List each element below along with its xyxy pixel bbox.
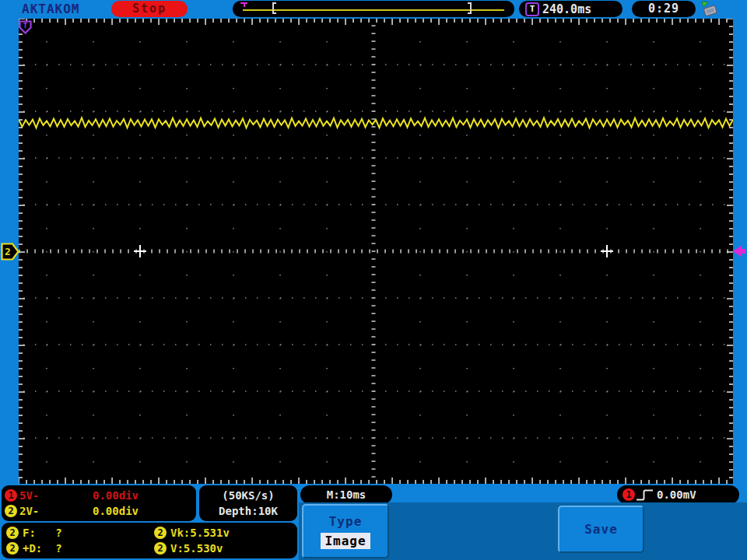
soft-menu-panel: Type Image Save	[299, 502, 747, 560]
ch2-position: 0.00div	[93, 505, 139, 517]
measure-duty-value: +D: ?	[23, 542, 62, 555]
trigger-position-bar	[233, 1, 514, 17]
trigger-time-readout: T 240.0ms	[519, 1, 622, 17]
ch2-badge: 2	[5, 505, 17, 517]
measure-vk-value: Vk:5.531v	[170, 527, 230, 539]
ch1-position: 0.00div	[93, 489, 139, 502]
measure-ch-badge: 2	[6, 527, 19, 539]
ch2-position-marker: 2	[1, 243, 19, 261]
usb-drive-icon	[699, 1, 721, 18]
measure-ch-badge: 2	[154, 542, 167, 555]
trigger-level-arrow	[732, 244, 746, 258]
window-left-bracket-icon	[272, 2, 276, 14]
save-button-label: Save	[584, 522, 618, 537]
trigger-t-icon: T	[525, 2, 539, 16]
measure-frequency: 2 F: ?	[6, 527, 154, 539]
run-state-badge: Stop	[111, 1, 188, 17]
trigger-status-panel: 1 0.00mV	[617, 485, 739, 504]
ch2-scale: 2V-	[19, 505, 65, 517]
graticule-grid	[19, 19, 733, 484]
measure-frequency-value: F: ?	[23, 527, 62, 539]
measure-v-value: V:5.530v	[170, 542, 223, 555]
measure-ch-badge: 2	[6, 542, 19, 555]
trigger-position-marker-label: T	[23, 22, 28, 30]
measure-ch-badge: 2	[154, 527, 167, 539]
channel-status-panel: 1 5V- 0.00div 2 2V- 0.00div	[2, 485, 196, 521]
timebase-readout: M:10ms	[300, 485, 392, 504]
rising-edge-icon	[635, 488, 655, 502]
ch2-waveform-trace	[19, 118, 733, 128]
trigger-position-marker: T	[19, 20, 32, 34]
measure-duty: 2 +D: ?	[6, 542, 154, 555]
trigger-position-t-icon	[240, 2, 247, 4]
ch1-badge: 1	[5, 489, 17, 502]
oscilloscope-screen: AKTAKOM Stop T 240.0ms 0:29 T 2 1	[0, 0, 747, 560]
graticule	[19, 19, 733, 484]
window-right-bracket-icon	[468, 2, 472, 14]
ch2-status-row: 2 2V- 0.00div	[5, 504, 190, 518]
measurements-panel: 2 F: ? 2 Vk:5.531v 2 +D: ? 2 V:5.530v	[2, 523, 297, 558]
measure-v: 2 V:5.530v	[154, 542, 293, 555]
ch1-scale: 5V-	[19, 489, 65, 502]
memory-depth: Depth:10K	[199, 505, 297, 517]
clock-readout: 0:29	[632, 1, 696, 17]
measure-vk: 2 Vk:5.531v	[154, 527, 293, 539]
acquisition-panel: (50KS/s) Depth:10K	[199, 485, 297, 521]
trigger-time-value: 240.0ms	[542, 2, 591, 16]
memory-window-line	[243, 9, 504, 11]
type-selected-value: Image	[321, 533, 370, 549]
save-button[interactable]: Save	[558, 506, 644, 553]
type-button[interactable]: Type Image	[302, 504, 389, 558]
brand-logo: AKTAKOM	[22, 2, 79, 16]
trigger-level-value: 0.00mV	[657, 488, 696, 501]
trigger-source-badge: 1	[622, 488, 635, 501]
ch2-position-marker-label: 2	[5, 246, 11, 257]
sample-rate: (50KS/s)	[199, 489, 297, 502]
ch1-status-row: 1 5V- 0.00div	[5, 488, 190, 502]
type-button-label: Type	[329, 514, 363, 529]
